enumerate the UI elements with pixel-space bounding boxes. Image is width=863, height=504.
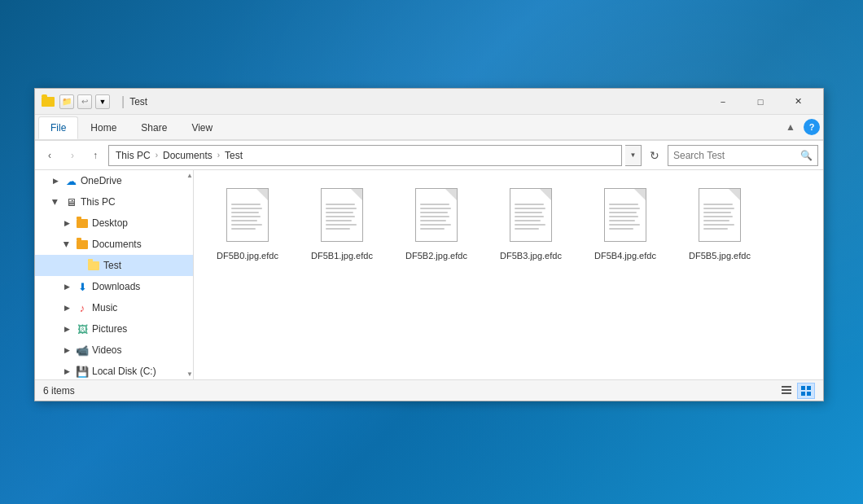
qa-icon-3[interactable]: ▼: [95, 94, 110, 109]
expand-arrow-desktop[interactable]: ▶: [61, 217, 72, 229]
hdd-icon: 💾: [76, 365, 89, 378]
expand-arrow-pictures[interactable]: ▶: [61, 323, 72, 335]
sidebar-item-music[interactable]: ▶ ♪ Music: [35, 297, 193, 318]
doc-body: [226, 188, 269, 242]
sidebar-item-desktop[interactable]: ▶ Desktop: [35, 213, 193, 234]
doc-line: [703, 208, 734, 209]
expand-arrow-thispc[interactable]: ▶: [50, 196, 61, 208]
file-item[interactable]: DF5B4.jpg.efdc: [585, 183, 666, 266]
doc-line: [231, 216, 261, 217]
doc-line: [231, 228, 256, 230]
expand-arrow-downloads[interactable]: ▶: [61, 281, 72, 292]
search-box[interactable]: 🔍: [668, 145, 818, 166]
path-part-documents[interactable]: Documents: [163, 150, 212, 161]
doc-line: [326, 220, 352, 221]
ribbon-expand-button[interactable]: ▲: [781, 117, 800, 137]
doc-lines: [322, 189, 362, 234]
large-icons-view-button[interactable]: [797, 383, 815, 399]
doc-line: [420, 208, 451, 209]
minimize-button[interactable]: −: [704, 89, 742, 115]
title-bar: 📁 ↩ ▼ | Test − □ ✕: [35, 89, 823, 115]
tab-home[interactable]: Home: [78, 116, 129, 139]
close-button[interactable]: ✕: [779, 89, 817, 115]
doc-line: [231, 204, 261, 205]
address-path[interactable]: This PC › Documents › Test: [108, 145, 622, 166]
downloads-icon: ⬇: [76, 280, 89, 293]
search-input[interactable]: [673, 150, 797, 161]
expand-arrow-videos[interactable]: ▶: [61, 344, 72, 356]
sidebar-item-pictures[interactable]: ▶ 🖼 Pictures: [35, 318, 193, 340]
sidebar-label-downloads: Downloads: [92, 281, 140, 292]
sidebar-item-downloads[interactable]: ▶ ⬇ Downloads: [35, 276, 193, 297]
doc-body: [415, 188, 458, 242]
main-content: ▶ ☁ OneDrive ▶ 🖥 This PC ▶ Deskt: [35, 170, 823, 379]
doc-line: [609, 212, 637, 213]
file-name: DF5B2.jpg.efdc: [405, 250, 467, 261]
doc-line: [703, 212, 731, 213]
expand-arrow-documents[interactable]: ▶: [61, 239, 72, 250]
navigation-pane: ▶ ☁ OneDrive ▶ 🖥 This PC ▶ Deskt: [35, 170, 194, 379]
window-icon: [42, 95, 55, 108]
details-view-icon: [781, 385, 792, 397]
qa-icon-2[interactable]: ↩: [77, 94, 92, 109]
expand-arrow-music[interactable]: ▶: [61, 302, 72, 313]
doc-line: [515, 220, 541, 221]
tab-share[interactable]: Share: [129, 116, 179, 139]
sidebar-item-thispc[interactable]: ▶ 🖥 This PC: [35, 191, 193, 213]
doc-line: [420, 220, 446, 221]
search-icon[interactable]: 🔍: [800, 150, 813, 161]
sidebar-label-test: Test: [103, 260, 121, 271]
scroll-down-arrow[interactable]: ▼: [186, 370, 193, 378]
sidebar-item-onedrive[interactable]: ▶ ☁ OneDrive: [35, 170, 193, 191]
tab-view[interactable]: View: [179, 116, 225, 139]
file-name: DF5B5.jpg.efdc: [689, 250, 751, 261]
sidebar-label-music: Music: [92, 302, 117, 313]
path-part-thispc[interactable]: This PC: [116, 150, 151, 161]
forward-button[interactable]: ›: [63, 146, 82, 165]
qa-icon-1[interactable]: 📁: [59, 94, 74, 109]
up-button[interactable]: ↑: [85, 146, 105, 165]
refresh-button[interactable]: ↻: [645, 146, 664, 165]
file-item[interactable]: DF5B2.jpg.efdc: [396, 183, 477, 266]
sidebar-item-test[interactable]: ▶ Test: [35, 255, 193, 276]
tab-file[interactable]: File: [38, 116, 78, 139]
svg-rect-5: [801, 392, 805, 396]
file-item[interactable]: DF5B3.jpg.efdc: [490, 183, 572, 266]
music-icon: ♪: [76, 301, 89, 314]
scroll-up-arrow[interactable]: ▲: [186, 172, 193, 179]
sidebar-item-videos[interactable]: ▶ 📹 Videos: [35, 340, 193, 361]
maximize-button[interactable]: □: [742, 89, 779, 115]
file-item[interactable]: DF5B1.jpg.efdc: [301, 183, 383, 266]
doc-line: [326, 208, 357, 209]
sidebar-label-documents: Documents: [92, 239, 142, 250]
sidebar-item-documents[interactable]: ▶ Documents: [35, 234, 193, 255]
back-button[interactable]: ‹: [40, 146, 59, 165]
ribbon: File Home Share View ▲ ?: [35, 115, 823, 141]
doc-line: [515, 208, 545, 209]
ribbon-help-button[interactable]: ?: [804, 119, 820, 135]
pc-icon: 🖥: [64, 195, 77, 208]
doc-line: [515, 216, 544, 217]
expand-arrow-onedrive[interactable]: ▶: [50, 175, 61, 186]
doc-lines: [510, 189, 551, 234]
path-part-test[interactable]: Test: [225, 150, 243, 161]
details-view-button[interactable]: [778, 383, 795, 399]
file-item[interactable]: DF5B5.jpg.efdc: [679, 183, 760, 266]
file-item[interactable]: DF5B0.jpg.efdc: [207, 183, 288, 266]
title-separator: |: [121, 94, 125, 109]
sidebar-label-pictures: Pictures: [92, 323, 127, 335]
doc-line: [609, 216, 638, 217]
explorer-window: 📁 ↩ ▼ | Test − □ ✕ File Home Share View …: [34, 88, 824, 401]
doc-line: [609, 220, 635, 221]
sidebar-label-videos: Videos: [92, 344, 121, 356]
doc-line: [515, 204, 544, 205]
address-dropdown-button[interactable]: ▼: [625, 145, 642, 166]
videos-icon: 📹: [76, 344, 89, 357]
expand-arrow-localdisk[interactable]: ▶: [61, 366, 72, 377]
svg-rect-1: [782, 389, 791, 391]
quick-access-toolbar: 📁 ↩ ▼: [59, 94, 110, 109]
sidebar-item-localdisk[interactable]: ▶ 💾 Local Disk (C:): [35, 361, 193, 379]
doc-body: [510, 188, 552, 242]
window-title: Test: [129, 96, 704, 107]
file-icon: [223, 188, 272, 247]
